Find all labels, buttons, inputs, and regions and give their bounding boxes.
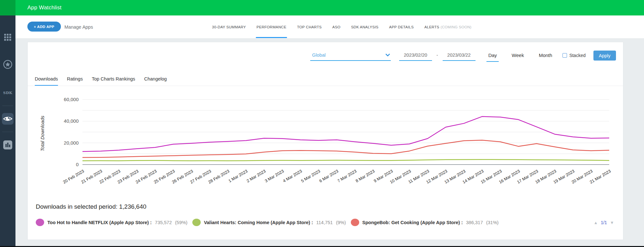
region-select[interactable]: Global (310, 51, 391, 61)
tab-alerts[interactable]: ALERTS (COMING SOON) (424, 15, 471, 39)
performance-panel: Global 2023/02/20 - 2023/03/22 Day Week … (27, 42, 623, 240)
svg-text:8 Mar 2023: 8 Mar 2023 (355, 169, 375, 184)
downloads-line-chart: 020,00040,00060,00020 Feb 202321 Feb 202… (37, 94, 614, 200)
sidebar-item-watchlist[interactable] (2, 113, 14, 125)
sidebar-divider (2, 132, 13, 132)
page-title: App Watchlist (27, 0, 62, 15)
page-down-icon[interactable]: ▼ (610, 220, 614, 225)
stacked-toggle[interactable]: Stacked (562, 51, 586, 58)
chart-tab-top-charts-rankings[interactable]: Top Charts Rankings (92, 75, 135, 86)
svg-text:4 Mar 2023: 4 Mar 2023 (282, 169, 303, 184)
svg-text:6 Mar 2023: 6 Mar 2023 (318, 169, 339, 184)
logo-square (0, 0, 15, 15)
svg-text:3 Mar 2023: 3 Mar 2023 (264, 169, 284, 184)
region-select-value: Global (312, 52, 326, 58)
date-to-input[interactable]: 2023/03/22 (443, 51, 476, 61)
chart-tab-downloads[interactable]: Downloads (35, 75, 58, 86)
legend-pagination: ▲ 1/1 ▼ (594, 220, 614, 225)
svg-text:0: 0 (76, 162, 79, 167)
svg-text:5 Mar 2023: 5 Mar 2023 (300, 169, 321, 184)
toolbar: + ADD APP Manage Apps 30-DAY SUMMARY PER… (15, 15, 644, 39)
legend-percent: (59%) (175, 220, 187, 225)
stacked-checkbox[interactable] (562, 53, 567, 58)
top-tabs: 30-DAY SUMMARY PERFORMANCE TOP CHARTS AS… (212, 15, 471, 39)
legend-percent: (31%) (486, 220, 499, 225)
legend-percent: (9%) (336, 220, 346, 225)
page-indicator: 1/1 (601, 220, 607, 225)
date-from-input[interactable]: 2023/02/20 (399, 51, 432, 61)
chart-tab-changelog[interactable]: Changelog (144, 75, 167, 86)
page-up-icon[interactable]: ▲ (594, 220, 598, 225)
bar-chart-icon (3, 140, 13, 150)
legend-name: Valiant Hearts: Coming Home (Apple App S… (204, 220, 313, 225)
legend-item[interactable]: Valiant Hearts: Coming Home (Apple App S… (192, 219, 346, 226)
tab-30-day-summary[interactable]: 30-DAY SUMMARY (212, 15, 246, 39)
add-app-button[interactable]: + ADD APP (27, 22, 61, 32)
sidebar-item-top-charts[interactable] (2, 59, 14, 70)
tab-sdk-analysis[interactable]: SDK ANALYSIS (351, 15, 379, 39)
sdk-icon: SDK (3, 91, 13, 95)
svg-text:20,000: 20,000 (64, 140, 79, 146)
stacked-label: Stacked (569, 53, 586, 58)
tab-app-details[interactable]: APP DETAILS (389, 15, 414, 39)
sidebar: SDK (0, 15, 15, 246)
legend-value: 735,572 (155, 220, 172, 225)
sidebar-item-analytics[interactable] (2, 139, 14, 151)
filter-row: Global 2023/02/20 - 2023/03/22 Day Week … (310, 51, 616, 62)
sidebar-item-sdk[interactable]: SDK (2, 87, 14, 99)
svg-text:1 Mar 2023: 1 Mar 2023 (227, 169, 248, 184)
grid-icon (4, 34, 11, 41)
manage-apps-link[interactable]: Manage Apps (64, 15, 93, 39)
tab-alerts-label: ALERTS (424, 25, 439, 29)
tab-performance[interactable]: PERFORMANCE (256, 15, 286, 39)
coming-soon-suffix: (COMING SOON) (441, 25, 472, 29)
legend-item[interactable]: SpongeBob: Get Cooking (Apple App Store)… (351, 219, 499, 226)
chevron-down-icon (385, 53, 390, 57)
svg-text:2 Mar 2023: 2 Mar 2023 (246, 169, 266, 184)
tab-top-charts[interactable]: TOP CHARTS (297, 15, 322, 39)
chart-legend: Too Hot to Handle NETFLIX (Apple App Sto… (36, 219, 575, 226)
series-dot (192, 219, 201, 226)
date-range-separator: - (437, 51, 438, 58)
granularity-week[interactable]: Week (510, 51, 526, 61)
apply-button[interactable]: Apply (593, 51, 616, 61)
tab-aso[interactable]: ASO (332, 15, 340, 39)
sidebar-item-apps-grid[interactable] (2, 32, 14, 43)
legend-name: SpongeBob: Get Cooking (Apple App Store)… (362, 220, 463, 225)
chart-tabs: Downloads Ratings Top Charts Rankings Ch… (28, 75, 623, 86)
series-dot (36, 219, 44, 226)
legend-value: 386,317 (466, 220, 483, 225)
star-circle-icon (3, 60, 13, 69)
svg-text:40,000: 40,000 (64, 118, 79, 124)
granularity-month[interactable]: Month (537, 51, 554, 61)
chart-tab-ratings[interactable]: Ratings (67, 75, 83, 86)
legend-value: 114,751 (316, 220, 333, 225)
granularity-day[interactable]: Day (486, 51, 499, 62)
eye-icon (3, 115, 13, 123)
legend-name: Too Hot to Handle NETFLIX (Apple App Sto… (47, 220, 152, 225)
sidebar-divider (2, 106, 13, 106)
series-dot (351, 219, 359, 226)
svg-text:7 Mar 2023: 7 Mar 2023 (337, 169, 357, 184)
legend-item[interactable]: Too Hot to Handle NETFLIX (Apple App Sto… (36, 219, 187, 226)
period-summary: Downloads in selected period: 1,236,640 (36, 203, 146, 210)
svg-text:60,000: 60,000 (64, 97, 79, 102)
app-header: App Watchlist (0, 0, 644, 15)
